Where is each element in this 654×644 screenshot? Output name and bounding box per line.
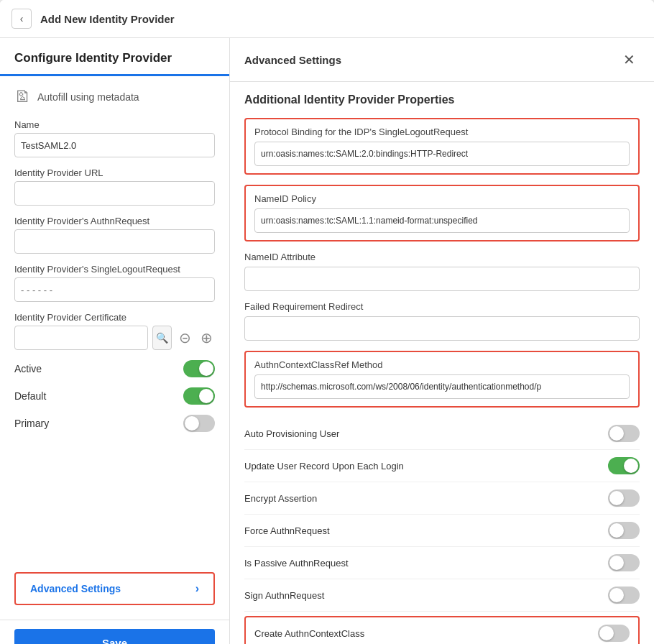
autofill-label: Autofill using metadata	[37, 91, 139, 103]
failed-redirect-label: Failed Requirement Redirect	[244, 301, 640, 312]
failed-redirect-input[interactable]	[244, 316, 640, 341]
encrypt-assertion-row: Encrypt Assertion	[244, 482, 640, 515]
force-authn-thumb	[609, 523, 624, 538]
protocol-binding-label: Protocol Binding for the IDP's SingleLog…	[254, 126, 630, 137]
certificate-add-button[interactable]: ⊕	[198, 328, 215, 348]
encrypt-assertion-toggle[interactable]	[608, 489, 640, 507]
primary-toggle[interactable]	[183, 415, 215, 432]
protocol-binding-field: Protocol Binding for the IDP's SingleLog…	[244, 118, 640, 175]
back-icon: ‹	[20, 13, 24, 24]
passive-authn-thumb	[609, 556, 624, 570]
right-panel-header: Advanced Settings ✕	[230, 38, 654, 82]
sign-authn-thumb	[609, 588, 624, 602]
encrypt-assertion-thumb	[609, 491, 624, 505]
primary-label: Primary	[14, 418, 49, 429]
passive-authn-row: Is Passive AuthnRequest	[244, 547, 640, 579]
certificate-label: Identity Provider Certificate	[14, 312, 215, 323]
create-authn-toggle[interactable]	[598, 625, 630, 642]
left-panel-content: 🖻 Autofill using metadata Name Identity …	[0, 76, 229, 566]
force-authn-toggle[interactable]	[608, 522, 640, 539]
nameid-policy-label: NameID Policy	[254, 193, 630, 204]
default-toggle-row: Default	[14, 387, 215, 405]
create-authn-thumb	[599, 626, 614, 640]
authn-context-field: AuthnContextClassRef Method	[244, 351, 640, 408]
idp-url-group: Identity Provider URL	[14, 167, 215, 206]
failed-redirect-field: Failed Requirement Redirect	[244, 301, 640, 341]
name-label: Name	[14, 119, 215, 130]
advanced-settings-button[interactable]: Advanced Settings ›	[14, 572, 215, 605]
sign-authn-toggle[interactable]	[608, 586, 640, 604]
update-user-toggle[interactable]	[608, 457, 640, 474]
update-user-thumb	[624, 459, 638, 473]
passive-authn-toggle[interactable]	[608, 554, 640, 571]
left-panel-title: Configure Identity Provider	[0, 38, 229, 76]
logout-request-group: Identity Provider's SingleLogoutRequest	[14, 264, 215, 302]
force-authn-label: Force AuthnRequest	[244, 525, 330, 536]
back-button[interactable]: ‹	[11, 9, 32, 29]
search-icon: 🔍	[156, 332, 168, 344]
modal-body: Configure Identity Provider 🖻 Autofill u…	[0, 38, 654, 644]
nameid-policy-field: NameID Policy	[244, 185, 640, 242]
authn-request-label: Identity Provider's AuthnRequest	[14, 216, 215, 226]
default-label: Default	[14, 390, 46, 402]
right-panel: Advanced Settings ✕ Additional Identity …	[230, 38, 654, 644]
idp-url-label: Identity Provider URL	[14, 167, 215, 178]
nameid-attribute-label: NameID Attribute	[244, 252, 640, 262]
plus-circle-icon: ⊕	[201, 329, 213, 346]
certificate-row: 🔍 ⊝ ⊕	[14, 326, 215, 350]
encrypt-assertion-label: Encrypt Assertion	[244, 493, 317, 504]
certificate-group: Identity Provider Certificate 🔍 ⊝ ⊕	[14, 312, 215, 350]
advanced-settings-label: Advanced Settings	[30, 583, 121, 594]
authn-context-input[interactable]	[254, 374, 630, 399]
authn-request-group: Identity Provider's AuthnRequest	[14, 216, 215, 254]
logout-request-input[interactable]	[14, 277, 215, 302]
protocol-binding-input[interactable]	[254, 142, 630, 166]
default-toggle[interactable]	[183, 387, 215, 405]
authn-context-label: AuthnContextClassRef Method	[254, 359, 630, 370]
nameid-policy-input[interactable]	[254, 208, 630, 233]
save-btn-wrap: Save	[0, 620, 229, 644]
sign-authn-label: Sign AuthnRequest	[244, 590, 324, 601]
chevron-right-icon: ›	[195, 582, 199, 595]
active-toggle-thumb	[199, 362, 213, 376]
auto-provisioning-thumb	[609, 426, 624, 441]
primary-toggle-thumb	[185, 416, 199, 431]
certificate-remove-button[interactable]: ⊝	[176, 328, 193, 348]
active-toggle-row: Active	[14, 360, 215, 377]
minus-circle-icon: ⊝	[179, 329, 191, 346]
right-panel-title: Advanced Settings	[244, 54, 341, 66]
modal-title: Add New Identity Provider	[40, 13, 175, 25]
create-authn-label: Create AuthnContextClass	[254, 628, 364, 639]
close-button[interactable]: ✕	[619, 50, 640, 70]
auto-provisioning-row: Auto Provisioning User	[244, 418, 640, 450]
nameid-attribute-input[interactable]	[244, 267, 640, 291]
default-toggle-thumb	[199, 389, 213, 403]
auto-provisioning-toggle[interactable]	[608, 425, 640, 442]
active-toggle[interactable]	[183, 360, 215, 377]
create-authn-row: Create AuthnContextClass	[244, 616, 640, 644]
autofill-row[interactable]: 🖻 Autofill using metadata	[14, 88, 215, 106]
update-user-row: Update User Record Upon Each Login	[244, 450, 640, 482]
nameid-attribute-field: NameID Attribute	[244, 252, 640, 291]
modal-header: ‹ Add New Identity Provider	[0, 0, 654, 38]
passive-authn-label: Is Passive AuthnRequest	[244, 558, 349, 569]
logout-request-label: Identity Provider's SingleLogoutRequest	[14, 264, 215, 275]
right-panel-content: Additional Identity Provider Properties …	[230, 82, 654, 644]
name-input[interactable]	[14, 133, 215, 157]
force-authn-row: Force AuthnRequest	[244, 515, 640, 547]
name-field-group: Name	[14, 119, 215, 157]
sign-authn-row: Sign AuthnRequest	[244, 579, 640, 612]
update-user-label: Update User Record Upon Each Login	[244, 461, 404, 472]
authn-request-input[interactable]	[14, 229, 215, 254]
auto-provisioning-label: Auto Provisioning User	[244, 428, 339, 439]
modal-container: ‹ Add New Identity Provider Configure Id…	[0, 0, 654, 644]
active-label: Active	[14, 363, 42, 374]
save-button[interactable]: Save	[14, 629, 215, 644]
certificate-search-button[interactable]: 🔍	[152, 326, 172, 350]
section-title: Additional Identity Provider Properties	[244, 93, 640, 106]
idp-url-input[interactable]	[14, 181, 215, 206]
autofill-icon: 🖻	[14, 88, 30, 106]
certificate-input[interactable]	[14, 326, 148, 350]
primary-toggle-row: Primary	[14, 415, 215, 432]
left-panel: Configure Identity Provider 🖻 Autofill u…	[0, 38, 230, 644]
